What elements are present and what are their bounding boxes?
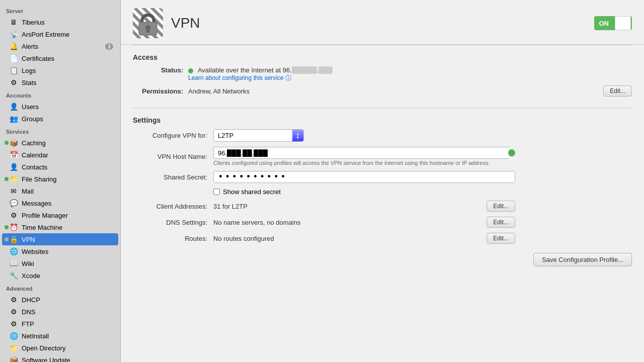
wiki-icon: 📖 xyxy=(9,259,18,268)
show-secret-checkbox[interactable] xyxy=(213,189,220,195)
sidebar-item-label: Users xyxy=(22,103,113,111)
sidebar-item-software-update[interactable]: 📦 Software Update xyxy=(2,354,118,362)
page-title: VPN xyxy=(171,15,594,31)
sidebar-item-label: Profile Manager xyxy=(22,212,113,219)
accounts-section-label: Accounts xyxy=(0,88,120,101)
routes-edit-button[interactable]: Edit... xyxy=(487,233,515,244)
calendar-icon: 📅 xyxy=(9,150,18,159)
settings-section: Settings Configure VPN for: L2TP PPTP IK… xyxy=(121,108,644,277)
save-configuration-profile-button[interactable]: Save Configuration Profile... xyxy=(533,253,632,266)
mail-icon: ✉ xyxy=(9,187,18,196)
configure-vpn-select[interactable]: L2TP PPTP IKEv2 xyxy=(214,130,303,141)
vpn-host-input[interactable] xyxy=(213,147,509,159)
vpn-host-label: VPN Host Name: xyxy=(133,153,213,160)
sidebar-item-users[interactable]: 👤 Users xyxy=(2,101,118,113)
sidebar-item-contacts[interactable]: 👤 Contacts xyxy=(2,161,118,173)
svg-rect-5 xyxy=(146,29,149,33)
alerts-badge: 1 xyxy=(105,43,113,50)
toggle-knob xyxy=(615,16,631,30)
sidebar-item-xcode[interactable]: 🔧 Xcode xyxy=(2,269,118,282)
host-status-indicator xyxy=(508,149,515,156)
sidebar-item-arsport[interactable]: 📡 ArsPort Extreme xyxy=(2,28,118,40)
sidebar-item-stats[interactable]: ⚙ Stats xyxy=(2,76,118,88)
status-dot xyxy=(5,141,9,145)
shared-secret-input[interactable] xyxy=(213,171,515,183)
permissions-edit-button[interactable]: Edit... xyxy=(603,85,632,97)
save-row: Save Configuration Profile... xyxy=(133,249,632,268)
client-addresses-value: 31 for L2TP xyxy=(213,203,487,210)
learn-link[interactable]: Learn about configuring this service ⓘ xyxy=(188,74,291,81)
permissions-row: Permissions: Andrew, All Networks Edit..… xyxy=(133,85,632,97)
configure-vpn-select-wrapper: L2TP PPTP IKEv2 xyxy=(213,129,304,142)
sidebar-item-groups[interactable]: 👥 Groups xyxy=(2,113,118,125)
sidebar-item-label: Tiberius xyxy=(22,19,113,26)
sidebar: Server 🖥 Tiberius 📡 ArsPort Extreme 🔔 Al… xyxy=(0,0,121,362)
sidebar-item-label: Calendar xyxy=(22,151,113,159)
services-section-label: Services xyxy=(0,125,120,137)
open-directory-icon: 📁 xyxy=(9,343,18,352)
status-label: Status: xyxy=(133,66,188,74)
advanced-section-label: Advanced xyxy=(0,282,120,294)
sidebar-item-label: DHCP xyxy=(22,296,113,304)
sidebar-item-calendar[interactable]: 📅 Calendar xyxy=(2,149,118,161)
certificates-icon: 📄 xyxy=(9,54,18,63)
sidebar-item-websites[interactable]: 🌐 Websites xyxy=(2,245,118,257)
status-dot xyxy=(5,225,9,229)
dns-settings-edit-button[interactable]: Edit... xyxy=(487,217,515,228)
vpn-host-row: VPN Host Name: Clients configured using … xyxy=(133,147,632,166)
dns-settings-control: No name servers, no domains Edit... xyxy=(213,217,515,228)
sidebar-item-ftp[interactable]: ⚙ FTP xyxy=(2,318,118,330)
client-addresses-label: Client Addresses: xyxy=(133,203,213,210)
sidebar-item-wiki[interactable]: 📖 Wiki xyxy=(2,257,118,269)
vpn-toggle-button[interactable]: ON xyxy=(594,16,632,30)
dns-icon: ⚙ xyxy=(9,307,18,316)
routes-label: Routes: xyxy=(133,235,213,242)
show-secret-row: Show shared secret xyxy=(213,188,632,196)
sidebar-item-time-machine[interactable]: ⏰ Time Machine xyxy=(2,221,118,233)
sidebar-item-label: Messages xyxy=(22,200,113,207)
xcode-icon: 🔧 xyxy=(9,271,18,280)
sidebar-item-caching[interactable]: 📦 Caching xyxy=(2,137,118,149)
main-content: VPN ON Access Status: Available over the… xyxy=(121,0,644,362)
sidebar-item-profile-manager[interactable]: ⚙ Profile Manager xyxy=(2,209,118,221)
sidebar-item-alerts[interactable]: 🔔 Alerts 1 xyxy=(2,40,118,52)
settings-section-title: Settings xyxy=(133,116,632,124)
sidebar-item-open-directory[interactable]: 📁 Open Directory xyxy=(2,342,118,354)
host-input-wrapper xyxy=(213,147,515,159)
sidebar-item-label: Open Directory xyxy=(22,344,113,352)
client-addresses-edit-button[interactable]: Edit... xyxy=(487,201,515,212)
toggle-on-label: ON xyxy=(594,20,614,27)
sidebar-item-file-sharing[interactable]: 📁 File Sharing xyxy=(2,173,118,185)
sidebar-item-label: Groups xyxy=(22,115,113,123)
sidebar-item-netinstall[interactable]: 🌐 NetInstall xyxy=(2,330,118,342)
sidebar-item-vpn[interactable]: 🔒 VPN xyxy=(2,233,118,245)
learn-link-text: Learn about configuring this service xyxy=(188,74,283,81)
dns-settings-label: DNS Settings: xyxy=(133,219,213,226)
contacts-icon: 👤 xyxy=(9,162,18,171)
info-icon: ⓘ xyxy=(285,74,291,81)
sidebar-item-mail[interactable]: ✉ Mail xyxy=(2,185,118,197)
status-text: Available over the Internet at 96.███.██… xyxy=(198,66,333,74)
sidebar-item-label: File Sharing xyxy=(22,175,113,183)
sidebar-item-label: Xcode xyxy=(22,272,113,280)
show-secret-label[interactable]: Show shared secret xyxy=(223,188,281,196)
sidebar-item-logs[interactable]: 📋 Logs xyxy=(2,64,118,76)
permissions-label: Permissions: xyxy=(133,87,188,95)
sidebar-item-dhcp[interactable]: ⚙ DHCP xyxy=(2,294,118,306)
shared-secret-row: Shared Secret: xyxy=(133,171,632,183)
header-area: VPN ON xyxy=(121,0,644,45)
time-machine-icon: ⏰ xyxy=(9,223,18,232)
access-section: Access Status: Available over the Intern… xyxy=(121,45,644,108)
sidebar-item-dns[interactable]: ⚙ DNS xyxy=(2,306,118,318)
sidebar-item-label: Alerts xyxy=(22,43,105,50)
sidebar-item-label: FTP xyxy=(22,320,113,328)
sidebar-item-label: Mail xyxy=(22,188,113,195)
websites-icon: 🌐 xyxy=(9,247,18,256)
dhcp-icon: ⚙ xyxy=(9,295,18,304)
sidebar-item-tiberius[interactable]: 🖥 Tiberius xyxy=(2,16,118,28)
access-section-title: Access xyxy=(133,53,632,61)
software-update-icon: 📦 xyxy=(9,355,18,362)
sidebar-item-messages[interactable]: 💬 Messages xyxy=(2,197,118,209)
sidebar-item-certificates[interactable]: 📄 Certificates xyxy=(2,52,118,64)
client-addresses-row: Client Addresses: 31 for L2TP Edit... xyxy=(133,201,632,212)
